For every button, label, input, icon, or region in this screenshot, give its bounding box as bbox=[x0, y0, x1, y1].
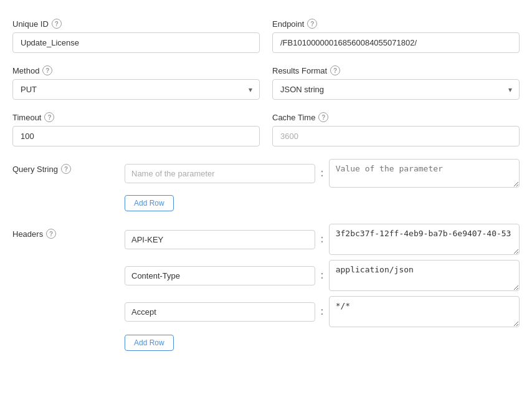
method-select-wrapper: GET POST PUT DELETE PATCH bbox=[12, 79, 260, 100]
header-separator-1: : bbox=[319, 234, 325, 245]
group-timeout: Timeout ? bbox=[12, 112, 260, 146]
label-timeout: Timeout ? bbox=[12, 112, 260, 122]
label-unique-id: Unique ID ? bbox=[12, 19, 260, 29]
help-icon-query-string[interactable]: ? bbox=[61, 164, 71, 174]
header-name-accept[interactable] bbox=[125, 302, 315, 322]
header-row-accept: : */* bbox=[125, 296, 520, 327]
header-separator-2: : bbox=[319, 270, 325, 281]
headers-content: : 3f2bc37f-12ff-4eb9-ba7b-6e9407-40-53 :… bbox=[125, 224, 520, 351]
row-method-results: Method ? GET POST PUT DELETE PATCH Resul… bbox=[12, 65, 520, 100]
header-row-content-type: : application/json bbox=[125, 260, 520, 291]
endpoint-input[interactable] bbox=[272, 32, 520, 53]
headers-add-row-button[interactable]: Add Row bbox=[125, 335, 174, 351]
header-row-api-key: : 3f2bc37f-12ff-4eb9-ba7b-6e9407-40-53 bbox=[125, 224, 520, 255]
query-string-content: : Add Row bbox=[125, 159, 520, 211]
group-unique-id: Unique ID ? bbox=[12, 19, 260, 53]
query-separator: : bbox=[319, 168, 325, 179]
header-value-accept[interactable]: */* bbox=[329, 296, 520, 327]
headers-label-col: Headers ? bbox=[12, 224, 112, 239]
label-method: Method ? bbox=[12, 65, 260, 75]
method-select[interactable]: GET POST PUT DELETE PATCH bbox=[12, 79, 260, 100]
header-value-content-type[interactable]: application/json bbox=[329, 260, 520, 291]
results-format-select-wrapper: JSON string XML Text bbox=[272, 79, 520, 100]
label-endpoint: Endpoint ? bbox=[272, 19, 520, 29]
headers-label: Headers ? bbox=[12, 229, 56, 239]
query-string-label: Query String ? bbox=[12, 164, 71, 174]
unique-id-input[interactable] bbox=[12, 32, 260, 53]
help-icon-timeout[interactable]: ? bbox=[44, 112, 54, 122]
label-results-format: Results Format ? bbox=[272, 65, 520, 75]
group-results-format: Results Format ? JSON string XML Text bbox=[272, 65, 520, 100]
timeout-input[interactable] bbox=[12, 126, 260, 146]
help-icon-endpoint[interactable]: ? bbox=[307, 19, 317, 29]
header-name-api-key[interactable] bbox=[125, 230, 315, 249]
help-icon-headers[interactable]: ? bbox=[46, 229, 56, 239]
row-timeout-cache: Timeout ? Cache Time ? bbox=[12, 112, 520, 146]
cache-time-input[interactable] bbox=[272, 126, 520, 146]
headers-section: Headers ? : 3f2bc37f-12ff-4eb9-ba7b-6e94… bbox=[12, 224, 520, 351]
header-separator-3: : bbox=[319, 306, 325, 317]
group-method: Method ? GET POST PUT DELETE PATCH bbox=[12, 65, 260, 100]
query-string-row: : bbox=[125, 159, 520, 188]
label-cache-time: Cache Time ? bbox=[272, 112, 520, 122]
row-unique-id-endpoint: Unique ID ? Endpoint ? bbox=[12, 19, 520, 53]
header-value-api-key[interactable]: 3f2bc37f-12ff-4eb9-ba7b-6e9407-40-53 bbox=[329, 224, 520, 255]
query-string-section: Query String ? : Add Row bbox=[12, 159, 520, 211]
results-format-select[interactable]: JSON string XML Text bbox=[272, 79, 520, 100]
help-icon-cache-time[interactable]: ? bbox=[318, 112, 328, 122]
help-icon-unique-id[interactable]: ? bbox=[52, 19, 62, 29]
query-name-input[interactable] bbox=[125, 164, 315, 183]
query-value-input[interactable] bbox=[329, 159, 520, 188]
query-add-row-button[interactable]: Add Row bbox=[125, 195, 174, 211]
group-endpoint: Endpoint ? bbox=[272, 19, 520, 53]
help-icon-method[interactable]: ? bbox=[42, 65, 52, 75]
group-cache-time: Cache Time ? bbox=[272, 112, 520, 146]
help-icon-results-format[interactable]: ? bbox=[330, 65, 340, 75]
query-string-label-col: Query String ? bbox=[12, 159, 112, 174]
form-container: Unique ID ? Endpoint ? Method ? GET POST bbox=[12, 19, 520, 351]
header-name-content-type[interactable] bbox=[125, 266, 315, 285]
